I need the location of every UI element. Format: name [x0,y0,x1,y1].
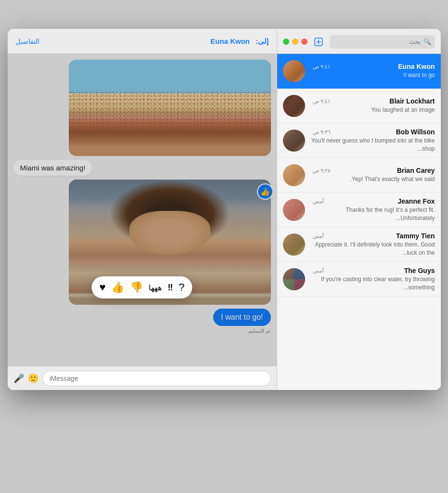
tapback-overlay[interactable] [8,54,277,366]
conversation-item-the-guys[interactable]: The Guys أمس If you're casting into clea… [277,262,441,297]
conv-preview-tammy-tien: Appreciate it. I'll definitely look into… [310,241,435,256]
search-input[interactable] [333,38,421,45]
tapback-exclamation[interactable]: ‼ [167,283,173,293]
avatar-tammy-tien [283,234,305,256]
minimize-button[interactable] [292,39,298,45]
left-panel: التفاصيل إلى: Euna Kwon Miami was amazin… [8,29,277,390]
conv-name-jeanne-fox: Jeanne Fox [397,197,435,205]
conv-preview-jeanne-fox: Thanks for the rug! It's a perfect fit. … [310,206,435,221]
input-bar: 🎤 🙂 [8,366,277,390]
guys-mini-2 [294,268,305,279]
conv-content-brian-carey: Brian Carey ٩:٢٨ ص Yep! That's exactly w… [310,167,435,183]
conv-time-jeanne-fox: أمس [313,198,324,205]
conv-header-bob-willson: Bob Willson ٩:٣٦ ص [310,128,435,136]
details-button[interactable]: التفاصيل [15,38,39,45]
guys-mini-4 [294,279,305,290]
messages-area: Miami was amazing! 👍 ♥ 👍 👎 ههها [8,54,277,366]
recipient-name: Euna Kwon [210,37,250,45]
conv-time-brian-carey: ٩:٢٨ ص [313,168,331,174]
avatar-euna-kwon [283,60,305,82]
compose-button[interactable] [311,35,326,49]
conversation-item-jeanne-fox[interactable]: Jeanne Fox أمس Thanks for the rug! It's … [277,193,441,227]
guys-mini-3 [283,279,294,290]
tapback-heart[interactable]: ♥ [99,281,105,294]
guys-mini-1 [283,268,294,279]
avatar-brian-carey [283,164,305,186]
conv-header-jeanne-fox: Jeanne Fox أمس [310,197,435,205]
conv-content-the-guys: The Guys أمس If you're casting into clea… [310,267,435,291]
conv-content-jeanne-fox: Jeanne Fox أمس Thanks for the rug! It's … [310,197,435,221]
conv-time-blair-lockhart: ٩:٤١ ص [313,98,331,104]
conv-preview-brian-carey: Yep! That's exactly what we said. [310,175,435,183]
avatar-jeanne-fox [283,199,305,221]
tapback-thumbsup-btn[interactable]: 👍 [111,281,124,294]
conversation-item-euna-kwon[interactable]: Euna Kwon ٩:٤١ ص I want to go! [277,54,441,89]
close-button[interactable] [301,39,307,45]
conv-content-tammy-tien: Tammy Tien أمس Appreciate it. I'll defin… [310,232,435,256]
conv-header-brian-carey: Brian Carey ٩:٢٨ ص [310,167,435,174]
conv-header-blair-lockhart: Blair Lockhart ٩:٤١ ص [310,97,435,105]
conv-header-euna-kwon: Euna Kwon ٩:٤١ ص [310,63,435,70]
tapback-menu: ♥ 👍 👎 ههها ‼ ? [91,276,192,298]
avatar-bob-willson [283,130,305,152]
conv-time-the-guys: أمس [313,268,324,274]
left-header: التفاصيل إلى: Euna Kwon [8,29,277,54]
recipient-header: إلى: Euna Kwon [210,37,269,46]
conv-preview-euna-kwon: I want to go! [310,71,435,79]
maximize-button[interactable] [283,39,289,45]
conv-name-tammy-tien: Tammy Tien [396,232,435,240]
conv-name-euna-kwon: Euna Kwon [398,63,435,70]
tapback-question[interactable]: ? [179,281,184,294]
avatar-blair-lockhart [283,95,305,117]
mic-button[interactable]: 🎤 [13,373,24,384]
window-controls [283,39,307,45]
conv-preview-blair-lockhart: You laughed at an image [310,106,435,114]
conv-content-bob-willson: Bob Willson ٩:٣٦ ص You'll never guess wh… [310,128,435,152]
right-header: 🔍 [277,29,441,54]
right-panel: 🔍 Euna Kwon ٩:٤١ ص I want to go! [277,29,441,390]
tapback-thumbsdown[interactable]: 👎 [130,281,143,294]
conversation-item-tammy-tien[interactable]: Tammy Tien أمس Appreciate it. I'll defin… [277,227,441,262]
search-icon: 🔍 [423,38,431,45]
conversation-list: Euna Kwon ٩:٤١ ص I want to go! Blair Loc… [277,54,441,390]
avatar-the-guys [283,268,305,290]
conversation-item-brian-carey[interactable]: Brian Carey ٩:٢٨ ص Yep! That's exactly w… [277,158,441,193]
conv-preview-bob-willson: You'll never guess who I bumped into at … [310,137,435,152]
conv-name-blair-lockhart: Blair Lockhart [389,97,435,105]
conv-content-euna-kwon: Euna Kwon ٩:٤١ ص I want to go! [310,63,435,79]
app-window: التفاصيل إلى: Euna Kwon Miami was amazin… [8,29,441,390]
guys-avatar-inner [283,268,305,290]
conv-name-brian-carey: Brian Carey [397,167,435,174]
tapback-haha[interactable]: ههها [149,283,162,292]
search-bar[interactable]: 🔍 [330,35,435,49]
conversation-item-blair-lockhart[interactable]: Blair Lockhart ٩:٤١ ص You laughed at an … [277,89,441,123]
conv-time-bob-willson: ٩:٣٦ ص [313,129,331,135]
emoji-button[interactable]: 🙂 [28,373,38,384]
to-label: إلى: [256,37,269,45]
conv-preview-the-guys: If you're casting into clear water, try … [310,275,435,291]
conv-time-tammy-tien: أمس [313,233,324,239]
conversation-item-bob-willson[interactable]: Bob Willson ٩:٣٦ ص You'll never guess wh… [277,123,441,158]
message-input[interactable] [42,371,271,386]
conv-time-euna-kwon: ٩:٤١ ص [313,64,331,70]
conv-name-the-guys: The Guys [404,267,435,274]
conv-header-tammy-tien: Tammy Tien أمس [310,232,435,240]
conv-name-bob-willson: Bob Willson [396,128,435,136]
conv-content-blair-lockhart: Blair Lockhart ٩:٤١ ص You laughed at an … [310,97,435,114]
conv-header-the-guys: The Guys أمس [310,267,435,274]
